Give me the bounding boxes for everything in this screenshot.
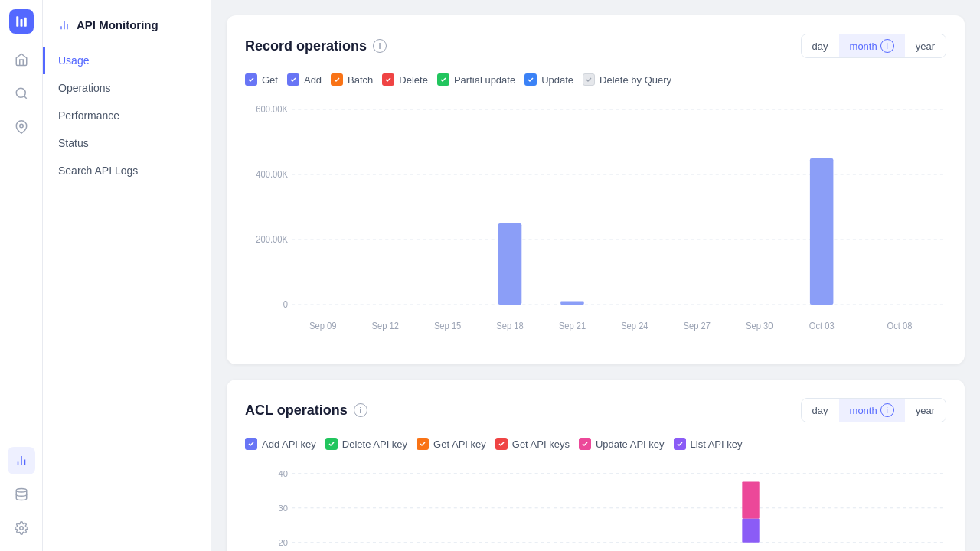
- acl-legend-update-api-key-checkbox[interactable]: [579, 438, 591, 450]
- acl-legend-get-api-keys: Get API keys: [495, 438, 570, 450]
- analytics-icon[interactable]: [8, 447, 35, 474]
- svg-rect-2: [24, 18, 26, 27]
- svg-point-9: [16, 489, 27, 493]
- acl-legend-get-api-key: Get API key: [416, 438, 486, 450]
- legend-delete: Delete: [382, 73, 428, 86]
- pin-icon[interactable]: [8, 113, 35, 141]
- acl-ops-legend: Add API key Delete API key Get API key G…: [245, 438, 946, 450]
- icon-bar-bottom: [8, 447, 35, 542]
- record-operations-card: Record operations i day month i year Get: [227, 15, 965, 364]
- acl-operations-card: ACL operations i day month i year Add AP…: [227, 380, 965, 551]
- legend-delete-checkbox[interactable]: [382, 73, 394, 86]
- acl-ops-day-btn[interactable]: day: [802, 399, 839, 422]
- svg-line-4: [24, 96, 26, 98]
- main-content: Record operations i day month i year Get: [211, 0, 980, 551]
- svg-text:Oct 08: Oct 08: [887, 320, 912, 331]
- svg-point-5: [19, 124, 23, 128]
- svg-text:Sep 12: Sep 12: [371, 320, 398, 331]
- svg-rect-1: [20, 19, 22, 27]
- record-ops-svg: 600.00K 400.00K 200.00K 0 Sep 09 Sep 12 …: [245, 101, 946, 346]
- svg-text:30: 30: [279, 504, 288, 513]
- svg-text:Sep 24: Sep 24: [621, 320, 648, 331]
- acl-ops-month-btn[interactable]: month i: [839, 399, 905, 422]
- acl-ops-info-icon[interactable]: i: [354, 403, 368, 417]
- svg-text:Sep 09: Sep 09: [309, 320, 336, 331]
- svg-rect-0: [16, 16, 18, 27]
- svg-text:400.00K: 400.00K: [256, 169, 288, 180]
- svg-text:Oct 03: Oct 03: [809, 320, 835, 331]
- legend-partial-update-checkbox[interactable]: [437, 73, 449, 86]
- sidebar-item-status[interactable]: Status: [43, 129, 211, 157]
- record-ops-month-btn[interactable]: month i: [839, 34, 905, 57]
- legend-batch: Batch: [331, 73, 373, 86]
- legend-add-checkbox[interactable]: [287, 73, 299, 86]
- sidebar-item-performance[interactable]: Performance: [43, 102, 211, 129]
- record-ops-info-icon[interactable]: i: [373, 39, 387, 53]
- svg-text:Sep 30: Sep 30: [746, 320, 773, 331]
- acl-ops-svg: 40 30 20 Sep 09 Sep 12 Sep 15 Sep 18 Sep…: [245, 465, 946, 551]
- svg-text:Sep 27: Sep 27: [684, 320, 710, 331]
- search-icon[interactable]: [8, 80, 35, 107]
- acl-ops-chart: 40 30 20 Sep 09 Sep 12 Sep 15 Sep 18 Sep…: [245, 465, 946, 551]
- acl-ops-month-info[interactable]: i: [880, 403, 894, 417]
- svg-text:Sep 21: Sep 21: [559, 320, 586, 331]
- legend-update: Update: [524, 73, 573, 86]
- record-ops-legend: Get Add Batch Delete: [245, 73, 946, 86]
- home-icon[interactable]: [8, 46, 35, 73]
- record-ops-title: Record operations i: [245, 38, 387, 54]
- record-ops-header: Record operations i day month i year: [245, 34, 946, 58]
- app-logo: [9, 9, 34, 34]
- record-ops-day-btn[interactable]: day: [802, 34, 839, 57]
- svg-text:20: 20: [279, 538, 288, 547]
- acl-ops-header: ACL operations i day month i year: [245, 398, 946, 422]
- svg-point-10: [19, 527, 23, 530]
- svg-text:0: 0: [283, 299, 289, 310]
- svg-rect-51: [742, 481, 759, 518]
- acl-ops-time-selector: day month i year: [801, 398, 946, 422]
- acl-ops-title: ACL operations i: [245, 403, 368, 419]
- sidebar-item-search-api-logs[interactable]: Search API Logs: [43, 157, 211, 184]
- acl-legend-delete-api-key: Delete API key: [325, 438, 407, 450]
- svg-text:600.00K: 600.00K: [256, 104, 288, 115]
- svg-rect-32: [498, 223, 522, 305]
- database-icon[interactable]: [8, 481, 35, 508]
- svg-rect-34: [810, 158, 834, 305]
- legend-update-checkbox[interactable]: [524, 73, 537, 86]
- svg-text:200.00K: 200.00K: [256, 234, 288, 245]
- record-ops-time-selector: day month i year: [801, 34, 946, 58]
- acl-legend-add-api-key-checkbox[interactable]: [245, 438, 257, 450]
- legend-delete-by-query: Delete by Query: [583, 73, 671, 86]
- sidebar-nav: Usage Operations Performance Status Sear…: [43, 47, 211, 184]
- acl-ops-year-btn[interactable]: year: [905, 399, 946, 422]
- acl-legend-update-api-key: Update API key: [579, 438, 665, 450]
- sidebar-item-usage[interactable]: Usage: [43, 47, 211, 74]
- record-ops-year-btn[interactable]: year: [905, 34, 946, 57]
- acl-legend-get-api-key-checkbox[interactable]: [416, 438, 429, 450]
- svg-text:Sep 18: Sep 18: [496, 320, 523, 331]
- settings-icon[interactable]: [8, 514, 35, 542]
- acl-legend-get-api-keys-checkbox[interactable]: [495, 438, 508, 450]
- legend-get: Get: [245, 73, 278, 86]
- svg-rect-52: [742, 519, 759, 543]
- acl-legend-delete-api-key-checkbox[interactable]: [325, 438, 338, 450]
- svg-rect-33: [560, 302, 584, 305]
- svg-text:40: 40: [279, 469, 288, 478]
- sidebar: API Monitoring Usage Operations Performa…: [43, 0, 211, 551]
- legend-add: Add: [287, 73, 322, 86]
- sidebar-item-operations[interactable]: Operations: [43, 74, 211, 102]
- svg-point-3: [16, 88, 25, 97]
- svg-text:Sep 15: Sep 15: [434, 320, 461, 331]
- icon-bar: [0, 0, 43, 551]
- acl-legend-add-api-key: Add API key: [245, 438, 316, 450]
- record-ops-month-info[interactable]: i: [880, 39, 894, 53]
- legend-partial-update: Partial update: [437, 73, 515, 86]
- sidebar-brand: API Monitoring: [43, 12, 211, 47]
- acl-legend-list-api-key: List API key: [674, 438, 743, 450]
- legend-batch-checkbox[interactable]: [331, 73, 343, 86]
- legend-delete-by-query-checkbox[interactable]: [583, 73, 595, 86]
- record-ops-chart: 600.00K 400.00K 200.00K 0 Sep 09 Sep 12 …: [245, 101, 946, 346]
- acl-legend-list-api-key-checkbox[interactable]: [674, 438, 686, 450]
- legend-get-checkbox[interactable]: [245, 73, 257, 86]
